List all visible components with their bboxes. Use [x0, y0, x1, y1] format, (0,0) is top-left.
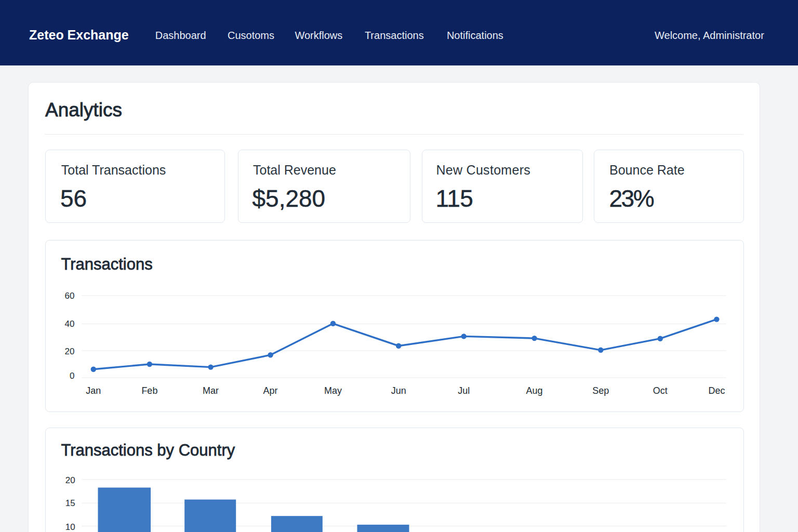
- svg-text:May: May: [324, 385, 342, 396]
- svg-text:Aug: Aug: [526, 385, 543, 396]
- svg-text:15: 15: [65, 498, 75, 508]
- svg-text:60: 60: [65, 291, 75, 301]
- svg-text:0: 0: [70, 371, 74, 381]
- svg-text:Jun: Jun: [391, 385, 406, 396]
- svg-text:Dec: Dec: [708, 385, 725, 396]
- svg-text:Mar: Mar: [203, 385, 219, 396]
- svg-text:20: 20: [65, 475, 75, 485]
- svg-text:Sep: Sep: [592, 385, 609, 396]
- svg-text:Feb: Feb: [141, 385, 157, 396]
- svg-text:20: 20: [65, 347, 75, 356]
- svg-text:Jan: Jan: [86, 385, 101, 396]
- svg-text:Oct: Oct: [653, 385, 668, 396]
- svg-text:40: 40: [65, 319, 75, 329]
- svg-text:Apr: Apr: [263, 385, 278, 396]
- svg-text:Jul: Jul: [458, 385, 470, 396]
- svg-text:10: 10: [65, 522, 75, 532]
